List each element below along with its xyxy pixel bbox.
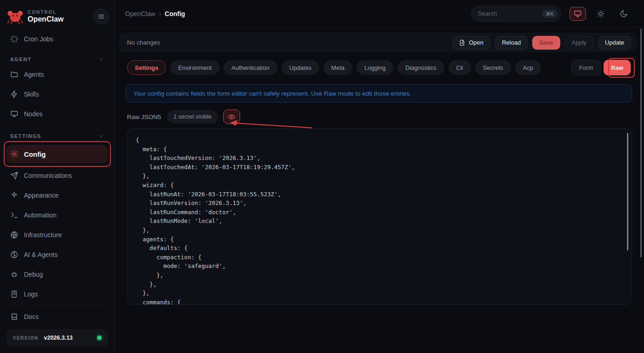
app-window: CONTROL OpenClaw Cron Jobs AGENT Agents bbox=[0, 0, 644, 353]
gear-icon bbox=[10, 150, 18, 158]
sidebar-item-communications[interactable]: Communications bbox=[6, 171, 108, 181]
sidebar-item-infrastructure[interactable]: Infrastructure bbox=[6, 230, 108, 240]
tab-acp[interactable]: Acp bbox=[515, 60, 541, 75]
scroll-icon bbox=[10, 290, 18, 298]
sidebar-item-label: Cron Jobs bbox=[24, 35, 53, 43]
search-box[interactable]: ⌘K bbox=[471, 6, 561, 22]
apply-button[interactable]: Apply bbox=[565, 36, 594, 50]
sun-icon bbox=[597, 10, 605, 18]
raw-editor-header: Raw JSON5 1 secret visible bbox=[127, 109, 632, 124]
theme-light-button[interactable] bbox=[592, 7, 609, 21]
config-toolbar: No changes Open Reload Save Apply Update bbox=[119, 33, 636, 52]
sidebar-item-config[interactable]: Config bbox=[6, 145, 108, 163]
sidebar-item-label: Config bbox=[24, 150, 46, 158]
apply-button-label: Apply bbox=[572, 39, 587, 46]
tab-authentication[interactable]: Authentication bbox=[224, 60, 277, 75]
raw-json5-label: Raw JSON5 bbox=[127, 114, 161, 120]
brand-name: OpenClaw bbox=[28, 15, 63, 23]
sidebar-item-label: Agents bbox=[24, 71, 44, 78]
sidebar-nav: Cron Jobs AGENT Agents Skills Nodes SETT… bbox=[0, 28, 115, 329]
tab-settings[interactable]: Settings bbox=[127, 60, 166, 75]
main-content: No changes Open Reload Save Apply Update… bbox=[119, 33, 636, 305]
sidebar-section-settings[interactable]: SETTINGS bbox=[6, 133, 108, 139]
file-icon bbox=[459, 40, 466, 46]
save-button-label: Save bbox=[539, 39, 553, 46]
tab-diagnostics[interactable]: Diagnostics bbox=[397, 60, 444, 75]
sidebar-item-label: Skills bbox=[24, 91, 39, 98]
tab-updates[interactable]: Updates bbox=[282, 60, 319, 75]
sidebar-collapse-button[interactable] bbox=[93, 9, 109, 24]
toggle-secrets-button[interactable] bbox=[223, 109, 240, 124]
sidebar-item-automation[interactable]: Automation bbox=[6, 210, 108, 220]
sidebar-item-skills[interactable]: Skills bbox=[6, 89, 108, 99]
search-input[interactable] bbox=[478, 10, 542, 17]
update-button[interactable]: Update bbox=[598, 36, 631, 50]
sidebar-item-agents[interactable]: Agents bbox=[6, 69, 108, 80]
monitor-icon bbox=[574, 10, 582, 18]
changes-status: No changes bbox=[127, 39, 160, 46]
banner-text: Your config contains fields the form edi… bbox=[133, 90, 411, 97]
sidebar-item-ai-agents[interactable]: AI & Agents bbox=[6, 250, 108, 260]
sidebar-header: CONTROL OpenClaw bbox=[0, 0, 115, 28]
reload-button[interactable]: Reload bbox=[495, 36, 528, 50]
sidebar-item-label: Appearance bbox=[24, 192, 59, 199]
secret-visible-badge: 1 secret visible bbox=[167, 110, 218, 124]
tab-cli[interactable]: Cli bbox=[448, 60, 471, 75]
theme-system-button[interactable] bbox=[569, 7, 586, 21]
book-icon bbox=[10, 313, 18, 321]
theme-dark-button[interactable] bbox=[615, 7, 632, 21]
theme-toggle-group bbox=[569, 7, 632, 21]
search-shortcut-badge: ⌘K bbox=[542, 10, 557, 18]
tab-secrets[interactable]: Secrets bbox=[475, 60, 511, 75]
brain-icon bbox=[10, 251, 18, 259]
form-mode-button[interactable]: Form bbox=[571, 60, 601, 75]
sidebar-item-label: Communications bbox=[24, 172, 72, 179]
globe-icon bbox=[10, 231, 18, 239]
breadcrumb-root[interactable]: OpenClaw bbox=[125, 10, 155, 17]
monitor-icon bbox=[10, 110, 18, 118]
status-dot-green bbox=[97, 336, 102, 340]
update-button-label: Update bbox=[605, 39, 624, 46]
toolbar-buttons: Open Reload Save Apply Update bbox=[452, 36, 631, 50]
sidebar-item-nodes[interactable]: Nodes bbox=[6, 109, 108, 119]
sidebar-item-label: Logs bbox=[24, 290, 38, 298]
page-scrollbar[interactable] bbox=[640, 28, 642, 257]
sidebar-item-label: AI & Agents bbox=[24, 251, 58, 258]
sidebar-item-docs[interactable]: Docs bbox=[6, 312, 108, 322]
sidebar-item-debug[interactable]: Debug bbox=[6, 269, 108, 279]
version-pill: VERSION v2026.3.13 bbox=[6, 329, 108, 347]
config-tabs: Settings Environment Authentication Upda… bbox=[119, 60, 636, 75]
sidebar-item-label: Infrastructure bbox=[24, 231, 62, 239]
json5-code[interactable]: { meta: { lastTouchedVersion: '2026.3.13… bbox=[136, 136, 623, 305]
open-button[interactable]: Open bbox=[452, 36, 490, 50]
terminal-icon bbox=[10, 211, 18, 219]
tab-environment[interactable]: Environment bbox=[170, 60, 219, 75]
brand: CONTROL OpenClaw bbox=[28, 10, 63, 23]
save-button[interactable]: Save bbox=[532, 36, 560, 50]
reload-button-label: Reload bbox=[502, 39, 521, 46]
sparkle-icon bbox=[10, 191, 18, 199]
hamburger-icon bbox=[98, 13, 105, 20]
zap-icon bbox=[10, 90, 18, 98]
version-label: VERSION bbox=[13, 336, 39, 341]
sidebar: CONTROL OpenClaw Cron Jobs AGENT Agents bbox=[0, 0, 115, 353]
sidebar-item-appearance[interactable]: Appearance bbox=[6, 190, 108, 200]
breadcrumb-separator: › bbox=[159, 10, 161, 17]
tab-meta[interactable]: Meta bbox=[323, 60, 352, 75]
section-title: AGENT bbox=[10, 57, 32, 62]
folder-icon bbox=[10, 70, 18, 79]
raw-mode-info-banner: Your config contains fields the form edi… bbox=[126, 84, 632, 102]
bug-icon bbox=[10, 270, 18, 279]
raw-json-editor[interactable]: { meta: { lastTouchedVersion: '2026.3.13… bbox=[127, 128, 632, 305]
open-button-label: Open bbox=[469, 39, 483, 46]
config-annotation-box bbox=[4, 141, 111, 167]
raw-mode-button[interactable]: Raw bbox=[604, 60, 631, 75]
view-mode-toggle: Form Raw bbox=[571, 60, 631, 75]
tab-logging[interactable]: Logging bbox=[356, 60, 393, 75]
sidebar-item-cron-jobs[interactable]: Cron Jobs bbox=[6, 34, 108, 44]
sidebar-section-agent[interactable]: AGENT bbox=[6, 56, 108, 63]
chevron-down-icon bbox=[98, 133, 104, 139]
sidebar-item-logs[interactable]: Logs bbox=[6, 289, 108, 299]
loader-icon bbox=[10, 35, 18, 43]
editor-scrollbar[interactable] bbox=[627, 133, 628, 251]
